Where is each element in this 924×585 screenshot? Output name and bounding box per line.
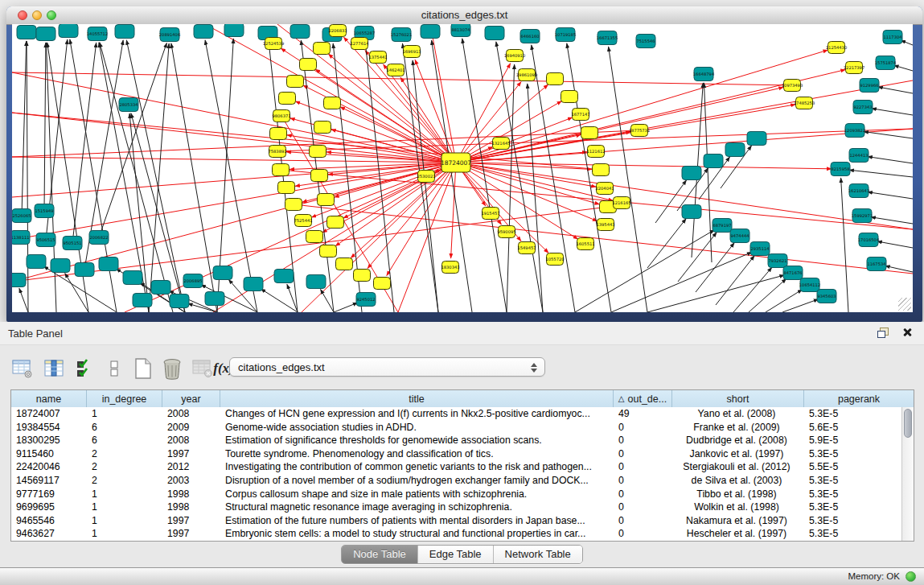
graph-node[interactable] (682, 205, 701, 219)
graph-node[interactable]: 7583891 (268, 146, 286, 158)
network-canvas[interactable]: 1405571220891406106552871527602188130746… (12, 24, 913, 312)
graph-node[interactable] (278, 182, 295, 194)
graph-node[interactable]: 1605511 (576, 238, 594, 250)
cell-title[interactable]: Estimation of the future numbers of pati… (220, 514, 614, 528)
graph-node[interactable]: 2530021 (417, 171, 435, 183)
cell-year[interactable]: 2008 (162, 434, 220, 447)
cell-out-degree[interactable]: 49 (614, 407, 672, 421)
graph-node[interactable]: 1696913 (402, 46, 421, 58)
graph-node[interactable]: 1167534 (867, 257, 886, 271)
table-row[interactable]: 2242004622012Investigating the contribut… (11, 460, 901, 474)
graph-node[interactable] (224, 24, 244, 37)
graph-node[interactable]: 9345603 (817, 290, 836, 303)
graph-node[interactable]: 8215958 (831, 163, 850, 176)
table-row[interactable]: 946554611997Estimation of the future num… (11, 514, 901, 528)
graph-node[interactable] (306, 231, 323, 243)
graph-node[interactable]: 1117304 (883, 31, 902, 44)
graph-node[interactable]: 1549457 (517, 242, 536, 254)
tab-node-table[interactable]: Node Table (342, 546, 418, 563)
table-body[interactable]: 1872400712008Changes of HCN gene express… (11, 407, 901, 541)
graph-node[interactable] (324, 97, 341, 109)
cell-pagerank[interactable]: 5.3E-5 (804, 488, 901, 501)
graph-node[interactable]: 2006822 (89, 231, 109, 245)
cell-name[interactable]: 18300295 (11, 434, 87, 447)
graph-node[interactable]: 9474444 (730, 229, 749, 243)
graph-node[interactable] (314, 43, 331, 55)
table-row[interactable]: 946362711997Embryonic stem cells: a mode… (11, 527, 901, 541)
graph-node[interactable]: 15992971 (852, 209, 873, 223)
cell-short[interactable]: Stergiakouli et al. (2012) (672, 460, 804, 474)
column-header-short[interactable]: short (672, 390, 804, 407)
cell-name[interactable]: 9115460 (11, 447, 87, 461)
graph-node[interactable] (115, 25, 134, 39)
cell-year[interactable]: 2012 (162, 460, 220, 474)
cell-in-degree[interactable]: 1 (87, 527, 162, 541)
graph-node[interactable]: 1121612 (586, 146, 605, 158)
cell-short[interactable]: Dudbridge et al. (2008) (672, 434, 804, 447)
graph-node[interactable] (336, 258, 353, 270)
graph-node[interactable]: 15751874 (875, 56, 897, 70)
graph-node[interactable] (170, 295, 189, 308)
graph-node[interactable]: 11254430 (826, 42, 847, 54)
cell-title[interactable]: Embryonic stem cells: a model to study s… (220, 527, 614, 541)
graph-node[interactable] (374, 278, 391, 290)
cell-in-degree[interactable]: 1 (87, 407, 162, 421)
cell-year[interactable]: 1997 (162, 527, 220, 541)
graph-node[interactable] (194, 25, 213, 39)
graph-node[interactable] (327, 216, 344, 229)
graph-node[interactable]: 7932621 (768, 254, 787, 268)
graph-node[interactable] (725, 143, 745, 157)
table-row[interactable]: 1456911722003Disruption of a novel membe… (11, 474, 901, 488)
graph-node[interactable] (270, 128, 287, 140)
citation-graph[interactable]: 1405571220891406106552871527602188130746… (12, 24, 913, 312)
graph-node[interactable]: 16671355 (597, 31, 618, 45)
table-settings-button[interactable] (10, 356, 35, 381)
graph-node[interactable] (27, 255, 46, 269)
cell-year[interactable]: 1998 (162, 488, 220, 501)
graph-node[interactable] (593, 164, 610, 176)
cell-pagerank[interactable]: 5.3E-5 (804, 514, 901, 528)
cell-name[interactable]: 19384554 (11, 421, 87, 435)
table-scrollbar[interactable] (901, 407, 914, 541)
tab-network-table[interactable]: Network Table (494, 546, 582, 563)
graph-node[interactable] (244, 278, 263, 291)
graph-node[interactable] (75, 263, 94, 277)
graph-node[interactable] (311, 170, 328, 182)
graph-node[interactable]: 1515949 (35, 204, 54, 218)
cell-short[interactable]: Jankovic et al. (1997) (672, 447, 804, 461)
canvas-resize-grip[interactable] (898, 298, 911, 311)
cell-year[interactable]: 1998 (162, 501, 220, 514)
graph-node[interactable]: 1321645 (491, 138, 510, 150)
cell-short[interactable]: Nakamura et al. (1997) (672, 514, 804, 528)
cell-name[interactable]: 18724007 (11, 407, 87, 421)
memory-status-indicator[interactable] (906, 571, 916, 582)
graph-node[interactable] (320, 245, 337, 257)
graph-node[interactable]: 17485253 (794, 97, 815, 109)
graph-node[interactable]: 20891406 (159, 28, 180, 42)
cell-out-degree[interactable]: 0 (614, 434, 672, 447)
graph-node[interactable] (581, 127, 598, 139)
graph-node[interactable]: 2526065 (12, 209, 31, 223)
graph-node[interactable]: 6879197 (713, 219, 732, 233)
graph-node[interactable]: 1375441 (368, 51, 387, 64)
select-rows-button[interactable] (72, 356, 98, 381)
cell-pagerank[interactable]: 5.5E-5 (804, 460, 901, 474)
cell-short[interactable]: de Silva et al. (2003) (672, 474, 804, 488)
row-height-button[interactable] (101, 356, 127, 381)
cell-name[interactable]: 9465546 (11, 514, 87, 528)
graph-node[interactable] (213, 266, 232, 280)
graph-node[interactable] (17, 26, 36, 39)
graph-node[interactable] (310, 146, 326, 158)
graph-node[interactable]: 6466160 (520, 30, 540, 43)
graph-node[interactable] (151, 281, 170, 295)
graph-node[interactable]: 1677147 (571, 109, 589, 121)
graph-node[interactable] (547, 73, 564, 85)
table-row[interactable]: 977716911998Corpus callosum shape and si… (11, 488, 901, 501)
graph-node[interactable]: 9590095 (497, 226, 515, 238)
graph-node[interactable]: 10654112 (799, 278, 820, 292)
scrollbar-thumb[interactable] (904, 409, 912, 438)
graph-node[interactable]: 2935114 (750, 242, 770, 256)
graph-node[interactable] (300, 59, 317, 71)
table-row[interactable]: 1830029562008Estimation of significance … (11, 434, 901, 447)
window-titlebar[interactable]: citations_edges.txt (6, 6, 922, 25)
